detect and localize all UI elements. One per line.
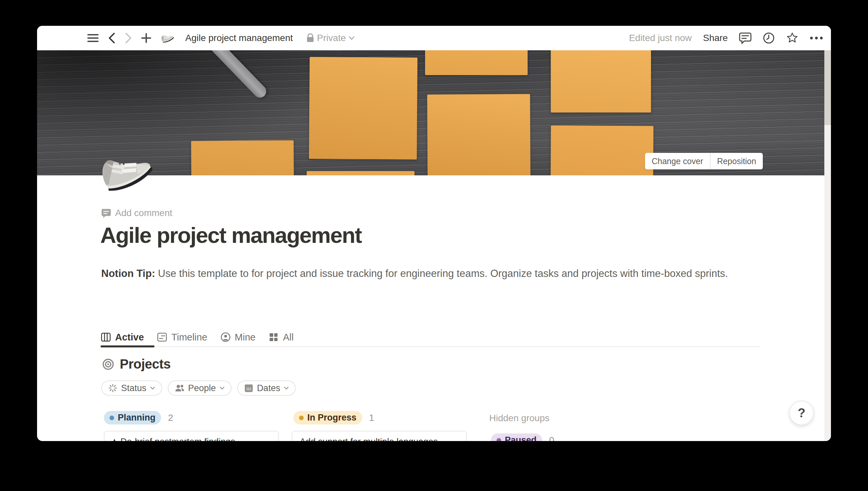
timeline-icon [157,332,167,342]
projects-heading: Projects [102,357,171,372]
filter-bar: Status People Dates [101,380,296,396]
edited-status: Edited just now [629,33,692,44]
scrollbar-track[interactable] [824,50,831,441]
chevron-down-icon [220,386,225,390]
tabs-divider [100,346,761,347]
group-label: In Progress [307,412,357,423]
tab-label: Timeline [171,332,207,343]
group-count: 2 [168,412,173,423]
status-badge-planning: Planning [104,411,161,425]
tab-mine[interactable]: Mine [221,332,256,343]
group-count: 0 [549,435,555,441]
add-comment-label: Add comment [115,208,172,219]
sticky-note [307,171,415,175]
group-header-in-progress[interactable]: In Progress 1 [293,411,374,425]
new-page-icon[interactable] [141,33,151,44]
tab-label: Active [115,332,144,343]
project-card[interactable]: Add support for multiple languages [292,431,467,441]
filter-dates[interactable]: Dates [237,380,296,396]
sticky-note [551,50,651,113]
sticky-note [191,140,294,175]
hidden-groups-label: Hidden groups [489,413,549,424]
reposition-button[interactable]: Reposition [711,153,763,169]
chevron-down-icon [284,386,289,390]
page-title[interactable]: Agile project management [100,222,362,248]
group-label: Paused [505,435,537,441]
filter-label: People [188,383,216,394]
active-tab-underline [100,345,154,347]
lock-icon [307,33,314,43]
scrollbar-thumb[interactable] [824,50,831,125]
tab-timeline[interactable]: Timeline [157,332,207,343]
tab-all[interactable]: All [269,332,293,343]
project-card[interactable]: De-brief postmortem findings [104,431,279,441]
person-circle-icon [221,332,231,342]
help-button[interactable]: ? [789,401,814,425]
privacy-control[interactable]: Private [307,33,355,44]
priority-icon [112,439,117,441]
notion-tip: Notion Tip: Use this template to for pro… [101,265,740,282]
share-button[interactable]: Share [703,33,728,44]
chevron-down-icon [150,386,155,390]
calendar-icon [244,383,253,393]
sticky-note [551,125,654,175]
comments-icon[interactable] [739,32,752,44]
pen-image [207,50,269,100]
card-title: De-brief postmortem findings [120,436,235,441]
status-dot [110,415,114,420]
tab-active[interactable]: Active [101,332,144,343]
privacy-label: Private [317,33,346,44]
people-icon [175,384,185,393]
card-title: Add support for multiple languages [300,436,438,441]
group-label: Planning [118,412,155,423]
forward-button[interactable] [124,32,132,44]
tab-label: All [283,332,293,343]
add-comment-button[interactable]: Add comment [101,208,172,219]
back-button[interactable] [108,32,116,44]
tip-body: Use this template to for project and iss… [155,268,728,279]
filter-status[interactable]: Status [101,380,162,396]
cover-buttons: Change cover Reposition [645,153,763,169]
status-badge-in-progress: In Progress [293,411,362,425]
group-header-planning[interactable]: Planning 2 [104,411,173,425]
status-dot [497,438,501,441]
comment-bubble-icon [101,208,111,218]
change-cover-button[interactable]: Change cover [645,153,710,169]
page-icon-sneaker[interactable] [97,142,154,199]
status-dot [299,415,304,420]
sticky-note [309,57,417,160]
hamburger-menu-icon[interactable] [87,33,99,43]
favorite-star-icon[interactable] [786,32,799,44]
group-header-paused[interactable]: Paused 0 [491,433,555,441]
target-icon [102,358,114,370]
cover-image: Change cover Reposition [37,50,824,175]
filter-label: Status [121,383,147,394]
topbar: Agile project management Private Edited … [37,26,831,50]
sticky-note [427,94,530,175]
filter-label: Dates [257,383,280,394]
more-ellipsis-icon[interactable] [810,36,823,40]
section-title[interactable]: Projects [120,357,171,372]
group-count: 1 [369,412,375,423]
sticky-note [425,50,528,75]
board-icon [101,332,111,342]
filter-people[interactable]: People [168,380,232,396]
topbar-page-title[interactable]: Agile project management [185,33,293,44]
status-burst-icon [108,383,117,393]
history-clock-icon[interactable] [763,32,775,44]
tab-label: Mine [235,332,256,343]
notion-window: Agile project management Private Edited … [37,26,831,441]
chevron-down-icon [349,36,355,40]
page-sneaker-icon [160,32,175,44]
view-tabs: Active Timeline Mine All [101,327,294,347]
grid-icon [269,332,278,342]
tip-label: Notion Tip: [101,268,155,279]
status-badge-paused: Paused [491,433,542,441]
